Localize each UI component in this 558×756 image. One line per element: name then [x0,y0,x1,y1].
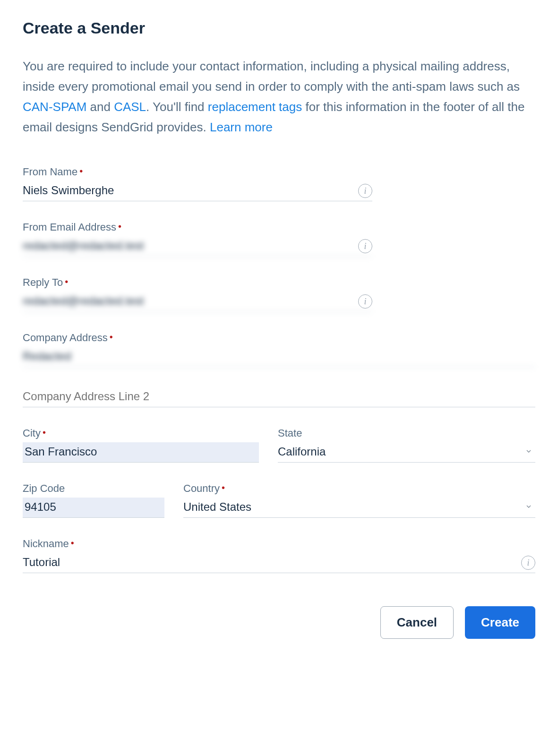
field-company-address: Company Address• [23,332,535,367]
field-country: Country• United States [183,482,535,518]
label-from-name: From Name• [23,166,372,178]
info-icon[interactable]: i [358,239,372,253]
form-actions: Cancel Create [23,606,535,639]
input-company-address[interactable] [23,347,535,367]
field-zip: Zip Code [23,482,164,518]
label-text: State [278,427,302,439]
required-indicator: • [43,427,46,438]
label-text: City [23,427,41,439]
description-text: You are required to include your contact… [23,56,533,137]
info-icon[interactable]: i [358,294,372,309]
required-indicator: • [222,482,225,493]
cancel-button[interactable]: Cancel [380,606,454,639]
label-from-email: From Email Address• [23,221,372,233]
label-zip: Zip Code [23,482,164,495]
label-company-address: Company Address• [23,332,535,344]
field-state: State California [278,427,535,463]
field-city: City• [23,427,259,463]
label-text: From Email Address [23,221,116,233]
desc-part3: . You'll find [146,100,208,114]
row-city-state: City• State California [23,427,535,463]
sender-form: From Name• i From Email Address• i Reply… [23,166,535,573]
input-city[interactable] [23,442,259,463]
link-can-spam[interactable]: CAN-SPAM [23,100,86,114]
input-company-address-2[interactable] [23,387,535,407]
label-nickname: Nickname• [23,538,535,550]
select-state[interactable]: California [278,442,535,463]
link-learn-more[interactable]: Learn more [210,120,273,134]
label-text: Nickname [23,538,69,550]
field-from-name: From Name• i [23,166,372,201]
label-reply-to: Reply To• [23,276,372,289]
label-text: Zip Code [23,482,65,494]
required-indicator: • [71,538,74,548]
label-state: State [278,427,535,439]
input-from-name[interactable] [23,181,372,201]
input-nickname[interactable] [23,553,535,573]
label-city: City• [23,427,259,439]
page-title: Create a Sender [23,19,535,37]
info-icon[interactable]: i [521,556,535,570]
required-indicator: • [110,332,113,342]
link-casl[interactable]: CASL [114,100,146,114]
input-from-email[interactable] [23,236,372,257]
label-country: Country• [183,482,535,495]
create-button[interactable]: Create [465,606,535,639]
label-text: Company Address [23,332,108,344]
info-icon[interactable]: i [358,184,372,198]
field-from-email: From Email Address• i [23,221,372,257]
required-indicator: • [65,276,68,287]
label-text: From Name [23,166,77,178]
field-reply-to: Reply To• i [23,276,372,312]
row-zip-country: Zip Code Country• United States [23,482,535,518]
required-indicator: • [79,166,83,176]
input-reply-to[interactable] [23,292,372,312]
desc-part2: and [86,100,114,114]
select-country[interactable]: United States [183,498,535,518]
label-text: Country [183,482,220,494]
field-nickname: Nickname• i [23,538,535,573]
required-indicator: • [118,221,121,232]
label-text: Reply To [23,276,63,288]
field-company-address-2 [23,387,535,407]
input-zip[interactable] [23,498,164,518]
desc-part1: You are required to include your contact… [23,59,520,94]
link-replacement-tags[interactable]: replacement tags [208,100,302,114]
